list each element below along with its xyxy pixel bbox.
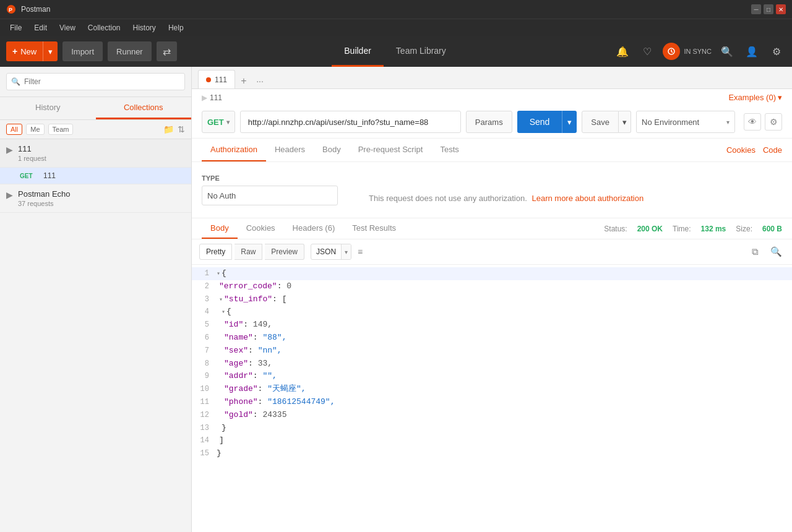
folder-icon-2: ▶ bbox=[6, 190, 13, 200]
main-layout: 🔍 History Collections All Me Team 📁 ⇅ bbox=[0, 67, 792, 532]
response-tab-headers[interactable]: Headers (6) bbox=[284, 218, 344, 239]
sidebar-tab-history[interactable]: History bbox=[0, 97, 96, 119]
url-input[interactable] bbox=[240, 111, 461, 133]
req-tab-tests[interactable]: Tests bbox=[431, 139, 467, 161]
send-dropdown-button[interactable]: ▾ bbox=[562, 111, 577, 133]
save-button[interactable]: Save bbox=[582, 111, 619, 133]
menu-history[interactable]: History bbox=[128, 21, 161, 35]
auth-panel: TYPE No Auth This request does not use a… bbox=[192, 162, 792, 218]
response-toolbar: Pretty Raw Preview JSON ▾ ≡ ⧉ 🔍 bbox=[192, 239, 792, 265]
view-pretty-button[interactable]: Pretty bbox=[199, 244, 232, 260]
maximize-button[interactable]: □ bbox=[764, 4, 773, 14]
req-tab-authorization[interactable]: Authorization bbox=[202, 139, 266, 161]
folder-icon: ▶ bbox=[6, 145, 13, 155]
view-preview-button[interactable]: Preview bbox=[265, 244, 304, 260]
code-line: 8"age": 33, bbox=[192, 358, 792, 371]
code-line: 11"phone": "18612544749", bbox=[192, 396, 792, 409]
response-viewer: Pretty Raw Preview JSON ▾ ≡ ⧉ 🔍 1▾{2"er bbox=[192, 239, 792, 532]
method-select[interactable]: GET ▾ bbox=[202, 111, 235, 133]
toolbar: + New ▾ Import Runner ⇄ Builder Team Lib… bbox=[0, 36, 792, 67]
send-button[interactable]: Send bbox=[517, 111, 562, 133]
sidebar-search-input[interactable] bbox=[6, 73, 185, 90]
response-tab-cookies[interactable]: Cookies bbox=[238, 218, 284, 239]
sidebar-filter-toolbar: All Me Team 📁 ⇅ bbox=[0, 120, 191, 139]
menu-help[interactable]: Help bbox=[163, 21, 189, 35]
request-item-111[interactable]: GET 111 bbox=[0, 168, 191, 184]
code-line: 15} bbox=[192, 447, 792, 460]
code-line: 2"error_code": 0 bbox=[192, 280, 792, 293]
req-section-right: Cookies Code bbox=[726, 145, 782, 155]
code-line: 3▾"stu_info": [ bbox=[192, 293, 792, 306]
sidebar-tab-collections[interactable]: Collections bbox=[96, 97, 192, 119]
view-raw-button[interactable]: Raw bbox=[235, 244, 262, 260]
proxy-button[interactable]: ⇄ bbox=[157, 41, 177, 61]
request-tab-111[interactable]: 111 bbox=[198, 70, 235, 88]
breadcrumb: ▶ 111 Examples (0) ▾ bbox=[192, 89, 792, 106]
menu-file[interactable]: File bbox=[5, 21, 27, 35]
auth-type-select-wrap: No Auth bbox=[202, 186, 338, 205]
req-tab-headers[interactable]: Headers bbox=[266, 139, 314, 161]
new-dropdown-arrow[interactable]: ▾ bbox=[43, 41, 58, 61]
notifications-icon[interactable]: 🔔 bbox=[613, 42, 632, 61]
favorites-icon[interactable]: ♡ bbox=[638, 42, 656, 61]
collection-item-postman-echo[interactable]: ▶ Postman Echo 37 requests bbox=[0, 184, 191, 213]
collection-sub-111: 1 request bbox=[18, 155, 185, 162]
new-folder-button[interactable]: 📁 bbox=[163, 124, 174, 134]
import-button[interactable]: Import bbox=[62, 41, 103, 61]
svg-text:P: P bbox=[9, 7, 12, 13]
settings-icon[interactable]: ⚙ bbox=[767, 42, 786, 61]
response-tab-test-results[interactable]: Test Results bbox=[343, 218, 405, 239]
runner-button[interactable]: Runner bbox=[108, 41, 152, 61]
environment-selector[interactable]: No Environment ▾ bbox=[636, 111, 735, 133]
close-button[interactable]: ✕ bbox=[776, 4, 786, 14]
env-action-icons: 👁 ⚙ bbox=[744, 113, 782, 131]
code-line: 10"grade": "天蝎座", bbox=[192, 383, 792, 396]
search-toolbar-icon[interactable]: 🔍 bbox=[718, 42, 736, 61]
new-button[interactable]: + New bbox=[6, 41, 43, 61]
format-value: JSON bbox=[311, 247, 341, 256]
menu-view[interactable]: View bbox=[54, 21, 80, 35]
response-area: Body Cookies Headers (6) Test Results St… bbox=[192, 218, 792, 532]
filter-me[interactable]: Me bbox=[26, 124, 44, 135]
save-dropdown-button[interactable]: ▾ bbox=[619, 111, 631, 133]
plus-icon: + bbox=[12, 46, 17, 56]
env-settings-button[interactable]: ⚙ bbox=[765, 113, 782, 131]
more-tabs-button[interactable]: ··· bbox=[252, 74, 267, 88]
env-eye-button[interactable]: 👁 bbox=[744, 113, 761, 131]
format-selector[interactable]: JSON ▾ bbox=[311, 244, 351, 260]
filter-all[interactable]: All bbox=[6, 124, 22, 135]
menu-collection[interactable]: Collection bbox=[83, 21, 126, 35]
tab-team-library[interactable]: Team Library bbox=[384, 36, 458, 67]
size-label: Size: bbox=[736, 225, 752, 233]
code-line: 4▾{ bbox=[192, 306, 792, 319]
size-value: 600 B bbox=[762, 225, 782, 233]
req-tab-body[interactable]: Body bbox=[314, 139, 350, 161]
params-button[interactable]: Params bbox=[466, 111, 512, 133]
add-tab-button[interactable]: + bbox=[236, 74, 251, 88]
title-bar: P Postman ─ □ ✕ bbox=[0, 0, 792, 19]
search-response-button[interactable]: 🔍 bbox=[767, 243, 785, 260]
method-badge-get: GET bbox=[20, 173, 38, 179]
auth-learn-link[interactable]: Learn more about authorization bbox=[532, 194, 644, 203]
profile-icon[interactable]: 👤 bbox=[742, 42, 761, 61]
cookies-link[interactable]: Cookies bbox=[726, 145, 755, 155]
app-title: Postman bbox=[21, 5, 50, 14]
req-tab-pre-request[interactable]: Pre-request Script bbox=[350, 139, 432, 161]
collection-sub-postman-echo: 37 requests bbox=[18, 200, 185, 207]
examples-link[interactable]: Examples (0) ▾ bbox=[728, 93, 782, 102]
response-status: Status: 200 OK Time: 132 ms Size: 600 B bbox=[604, 225, 782, 233]
collection-item-111[interactable]: ▶ 111 1 request bbox=[0, 139, 191, 168]
sync-indicator: IN SYNC bbox=[663, 43, 712, 60]
format-lines-button[interactable]: ≡ bbox=[354, 244, 366, 260]
copy-response-button[interactable]: ⧉ bbox=[746, 243, 764, 260]
code-link[interactable]: Code bbox=[763, 145, 782, 155]
auth-type-select[interactable]: No Auth bbox=[202, 186, 338, 205]
filter-team[interactable]: Team bbox=[48, 124, 74, 135]
menu-edit[interactable]: Edit bbox=[29, 21, 52, 35]
sort-button[interactable]: ⇅ bbox=[178, 124, 185, 134]
response-tab-body[interactable]: Body bbox=[202, 218, 238, 239]
tab-builder[interactable]: Builder bbox=[332, 36, 384, 67]
minimize-button[interactable]: ─ bbox=[751, 4, 761, 14]
time-value: 132 ms bbox=[701, 225, 726, 233]
format-arrow-icon[interactable]: ▾ bbox=[341, 244, 351, 259]
